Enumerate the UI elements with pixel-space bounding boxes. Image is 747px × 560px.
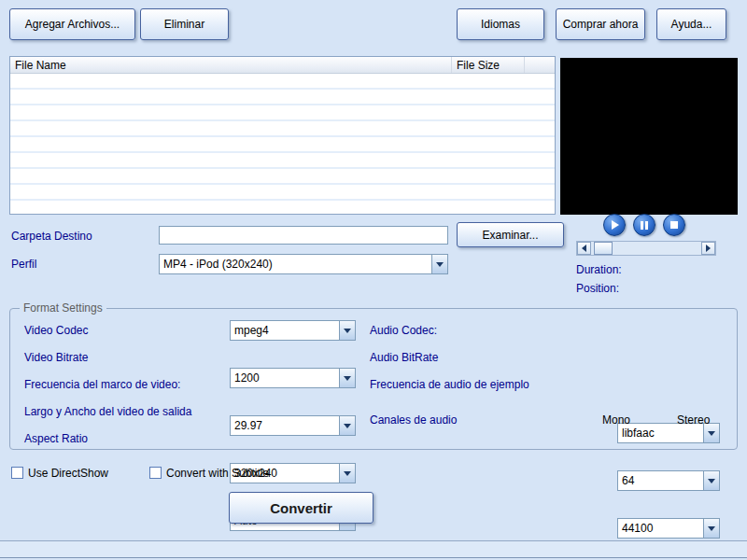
video-size-label: Largo y Ancho del video de salida <box>24 405 191 418</box>
delete-label: Eliminar <box>164 18 204 31</box>
stop-button[interactable] <box>663 214 685 236</box>
checkbox-convert-with-subtitle[interactable] <box>149 467 162 479</box>
chevron-down-icon <box>344 376 351 381</box>
chevron-down-icon <box>708 431 715 436</box>
seek-right-button[interactable] <box>701 242 715 255</box>
browse-button[interactable]: Examinar... <box>457 222 564 247</box>
seek-left-button[interactable] <box>577 242 591 255</box>
pause-icon <box>641 221 648 230</box>
profile-label: Perfil <box>11 258 36 271</box>
audio-codec-value: libfaac <box>618 427 703 440</box>
stop-icon <box>670 221 678 229</box>
chevron-down-icon <box>344 424 351 428</box>
file-list-header: File Name File Size <box>10 57 555 74</box>
chevron-down-icon <box>708 526 715 531</box>
help-button[interactable]: Ayuda... <box>656 8 726 40</box>
extra-column-header[interactable] <box>525 57 555 73</box>
pause-button[interactable] <box>633 214 655 236</box>
profile-value: MP4 - iPod (320x240) <box>160 258 431 271</box>
status-bar <box>0 540 747 558</box>
profile-dropdown-button[interactable] <box>431 255 447 273</box>
audio-bitrate-value: 64 <box>618 474 703 487</box>
video-framerate-select[interactable]: 29.97 <box>230 415 356 436</box>
destination-label: Carpeta Destino <box>11 230 92 243</box>
destination-input[interactable] <box>159 226 448 245</box>
delete-button[interactable]: Eliminar <box>140 8 229 40</box>
video-converter-window: { "toolbar": { "add_files_label": "Agreg… <box>0 0 747 560</box>
audio-bitrate-select[interactable]: 64 <box>617 470 720 491</box>
mono-label: Mono <box>602 413 630 427</box>
position-label: Position: <box>576 282 619 295</box>
add-files-label: Agregar Archivos... <box>25 18 120 31</box>
file-size-column-header[interactable]: File Size <box>452 57 525 73</box>
video-framerate-value: 29.97 <box>231 419 339 432</box>
aspect-ratio-label: Aspect Ratio <box>24 432 88 445</box>
audio-bitrate-dropdown-button[interactable] <box>703 471 719 490</box>
buy-now-label: Comprar ahora <box>563 18 639 31</box>
help-label: Ayuda... <box>671 18 712 31</box>
file-list[interactable]: File Name File Size <box>9 56 556 215</box>
file-name-header-label: File Name <box>15 59 66 72</box>
use-directshow-label: Use DirectShow <box>28 467 108 480</box>
video-preview <box>560 58 738 215</box>
audio-channels-label: Canales de audio <box>370 413 457 427</box>
audio-samplerate-select[interactable]: 44100 <box>617 518 720 539</box>
video-codec-value: mpeg4 <box>231 324 339 337</box>
chevron-down-icon <box>708 479 715 483</box>
file-list-body[interactable] <box>10 74 555 214</box>
play-icon <box>612 220 619 230</box>
audio-codec-label: Audio Codec: <box>370 324 437 337</box>
audio-bitrate-label: Audio BitRate <box>370 351 438 364</box>
stereo-label: Stereo <box>677 413 710 427</box>
video-bitrate-select[interactable]: 1200 <box>230 368 356 388</box>
file-size-header-label: File Size <box>457 59 500 72</box>
browse-label: Examinar... <box>482 229 538 242</box>
convert-button[interactable]: Convertir <box>229 492 374 524</box>
audio-samplerate-label: Frecuencia de audio de ejemplo <box>370 378 529 391</box>
file-name-column-header[interactable]: File Name <box>10 57 452 73</box>
video-bitrate-dropdown-button[interactable] <box>339 369 355 387</box>
video-codec-dropdown-button[interactable] <box>339 321 355 340</box>
video-framerate-label: Frecuencia del marco de video: <box>24 378 180 391</box>
video-bitrate-value: 1200 <box>231 371 339 385</box>
video-codec-label: Video Codec <box>24 324 89 337</box>
convert-with-subtitle-label: Convert with Subtitle <box>166 467 269 480</box>
chevron-down-icon <box>344 329 351 333</box>
convert-label: Convertir <box>270 500 332 516</box>
video-size-dropdown-button[interactable] <box>339 464 355 483</box>
add-files-button[interactable]: Agregar Archivos... <box>9 8 135 40</box>
seek-thumb[interactable] <box>594 242 613 255</box>
checkbox-use-directshow[interactable] <box>11 467 23 479</box>
play-button[interactable] <box>603 214 626 236</box>
arrow-left-icon <box>582 245 586 252</box>
audio-samplerate-value: 44100 <box>618 522 703 535</box>
seek-bar[interactable] <box>576 241 716 256</box>
audio-codec-dropdown-button[interactable] <box>703 424 719 442</box>
arrow-right-icon <box>706 245 711 252</box>
languages-label: Idiomas <box>481 18 520 31</box>
profile-select[interactable]: MP4 - iPod (320x240) <box>159 254 448 274</box>
chevron-down-icon <box>436 262 444 267</box>
languages-button[interactable]: Idiomas <box>457 8 544 40</box>
duration-label: Duration: <box>576 263 622 276</box>
format-settings-group: Format Settings Video Codec Video Bitrat… <box>9 308 738 450</box>
audio-samplerate-dropdown-button[interactable] <box>703 519 719 538</box>
buy-now-button[interactable]: Comprar ahora <box>556 8 645 40</box>
video-bitrate-label: Video Bitrate <box>24 351 89 364</box>
format-settings-title: Format Settings <box>20 301 106 315</box>
video-framerate-dropdown-button[interactable] <box>339 416 355 435</box>
chevron-down-icon <box>344 471 351 476</box>
video-codec-select[interactable]: mpeg4 <box>230 320 356 341</box>
